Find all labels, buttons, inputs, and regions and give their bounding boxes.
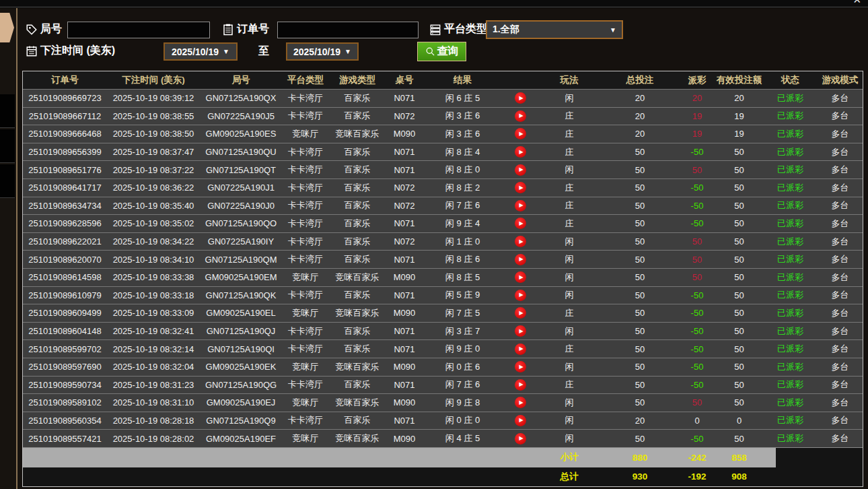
chevron-down-icon: ▼ — [345, 48, 351, 55]
result-cell: 闲 8 庄 6 — [423, 251, 502, 268]
status-badge: 已派彩 — [764, 287, 816, 304]
play-video-button[interactable]: ▶ — [515, 182, 526, 193]
payout-cell: -50 — [680, 287, 714, 304]
game-mode-cell: 多台 — [816, 197, 864, 215]
valid-bet-cell: 50 — [714, 340, 764, 358]
payout-cell: -50 — [680, 197, 714, 215]
table-no-cell: N071 — [386, 161, 423, 178]
date-to-label: 至 — [258, 44, 269, 59]
status-badge: 已派彩 — [764, 304, 816, 322]
total-bet-cell: 50 — [600, 179, 680, 197]
table-row: 251019089604148 2025-10-19 08:32:41 GN07… — [23, 322, 863, 340]
play-video-button[interactable]: ▶ — [515, 200, 526, 211]
status-badge: 已派彩 — [764, 323, 816, 340]
game-mode-cell: 多台 — [816, 340, 864, 358]
platform-cell: 卡卡湾厅 — [282, 377, 329, 394]
total-bet-cell: 50 — [600, 340, 680, 358]
platform-cell: 卡卡湾厅 — [282, 251, 329, 268]
payout-cell: -50 — [680, 340, 714, 358]
valid-bet-cell: 50 — [714, 358, 764, 376]
total-bet-cell: 20 — [600, 90, 680, 107]
grand-total-label: 总计 — [539, 467, 600, 486]
play-video-button[interactable]: ▶ — [515, 379, 526, 391]
date-from-picker[interactable]: 2025/10/19 ▼ — [164, 42, 238, 61]
play-video-button[interactable]: ▶ — [515, 92, 526, 104]
play-video-button[interactable]: ▶ — [515, 307, 526, 319]
play-video-button[interactable]: ▶ — [515, 361, 526, 372]
order-id-cell: 251019089614598 — [23, 269, 107, 286]
payout-cell: 20 — [680, 90, 714, 107]
platform-cell: 卡卡湾厅 — [282, 340, 329, 358]
valid-bet-cell: 50 — [714, 179, 764, 197]
play-video-button[interactable]: ▶ — [515, 128, 526, 139]
game-mode-cell: 多台 — [816, 269, 864, 286]
play-video-button[interactable]: ▶ — [515, 290, 526, 301]
platform-type-select[interactable]: 1.全部 ▼ — [486, 20, 623, 39]
round-id-cell: GN07125A190Q9 — [200, 412, 282, 430]
order-id-cell: 251019089651776 — [23, 161, 107, 178]
date-to-picker[interactable]: 2025/10/19 ▼ — [286, 42, 359, 61]
play-cell: ▶ — [502, 287, 539, 304]
play-cell: ▶ — [502, 358, 539, 376]
order-id-cell: 251019089604148 — [23, 323, 107, 340]
chevron-down-icon: ▼ — [223, 48, 229, 55]
game-type-cell: 竞咪百家乐 — [329, 430, 386, 447]
bet-side-cell: 闲 — [539, 90, 600, 107]
play-video-button[interactable]: ▶ — [515, 344, 526, 355]
game-type-cell: 百家乐 — [329, 90, 386, 107]
bet-time-cell: 2025-10-19 08:32:04 — [107, 358, 200, 376]
result-cell: 闲 3 庄 7 — [423, 323, 502, 340]
search-button[interactable]: 查询 — [417, 42, 466, 61]
order-id-cell: 251019089669723 — [23, 90, 107, 107]
table-header-row: 订单号下注时间 (美东)局号平台类型游戏类型桌号结果玩法总投注派彩有效投注额状态… — [23, 71, 863, 89]
bet-time-cell: 2025-10-19 08:33:18 — [107, 287, 200, 304]
table-row: 251019089620070 2025-10-19 08:34:10 GN07… — [23, 250, 863, 268]
table-no-cell: N071 — [386, 251, 423, 268]
play-cell: ▶ — [502, 161, 539, 178]
subtotal-label: 小计 — [539, 448, 600, 467]
bet-time-cell: 2025-10-19 08:34:10 — [107, 251, 200, 268]
valid-bet-cell: 50 — [714, 143, 764, 161]
bet-records-table: 订单号下注时间 (美东)局号平台类型游戏类型桌号结果玩法总投注派彩有效投注额状态… — [22, 71, 863, 487]
column-header-5: 桌号 — [386, 71, 423, 89]
play-video-button[interactable]: ▶ — [515, 325, 526, 337]
round-id-input[interactable] — [67, 22, 210, 38]
active-tab-arrow[interactable] — [0, 13, 14, 42]
play-video-button[interactable]: ▶ — [515, 415, 526, 426]
round-id-cell: GM09025A190EL — [200, 304, 282, 322]
game-type-cell: 百家乐 — [329, 143, 386, 161]
subtotal-row: 小计 880 -242 858 — [23, 447, 863, 467]
play-video-button[interactable]: ▶ — [515, 164, 526, 176]
play-video-button[interactable]: ▶ — [515, 271, 526, 283]
chevron-down-icon: ▼ — [610, 26, 616, 34]
bet-side-cell: 庄 — [539, 108, 600, 125]
play-video-button[interactable]: ▶ — [515, 218, 526, 229]
result-cell: 闲 8 庄 2 — [423, 179, 502, 197]
play-video-button[interactable]: ▶ — [515, 146, 526, 158]
play-video-button[interactable]: ▶ — [515, 110, 526, 122]
game-type-cell: 竞咪百家乐 — [329, 269, 386, 286]
order-id-cell: 251019089599702 — [23, 340, 107, 358]
bet-side-cell: 闲 — [539, 430, 600, 447]
order-id-cell: 251019089620070 — [23, 251, 107, 268]
close-icon[interactable]: ✕ — [853, 0, 861, 6]
total-bet-cell: 50 — [600, 304, 680, 322]
result-cell: 闲 8 庄 4 — [423, 143, 502, 161]
play-video-button[interactable]: ▶ — [515, 397, 526, 408]
play-video-button[interactable]: ▶ — [515, 433, 526, 445]
game-mode-cell: 多台 — [816, 323, 864, 340]
payout-cell: -50 — [680, 358, 714, 376]
table-no-cell: N071 — [386, 215, 423, 232]
table-no-cell: M090 — [386, 125, 423, 143]
status-badge: 已派彩 — [764, 215, 816, 232]
result-cell: 闲 3 庄 6 — [423, 125, 502, 143]
bet-side-cell: 庄 — [539, 179, 600, 197]
play-video-button[interactable]: ▶ — [515, 254, 526, 265]
order-id-input[interactable] — [277, 22, 419, 38]
bet-side-cell: 闲 — [539, 269, 600, 286]
game-type-cell: 竞咪百家乐 — [329, 394, 386, 412]
table-row: 251019089667112 2025-10-19 08:38:55 GN07… — [23, 107, 863, 125]
play-video-button[interactable]: ▶ — [515, 236, 526, 247]
bet-records-screen: ✕ 局号 订单号 — [0, 0, 868, 489]
total-bet-cell: 50 — [600, 143, 680, 161]
